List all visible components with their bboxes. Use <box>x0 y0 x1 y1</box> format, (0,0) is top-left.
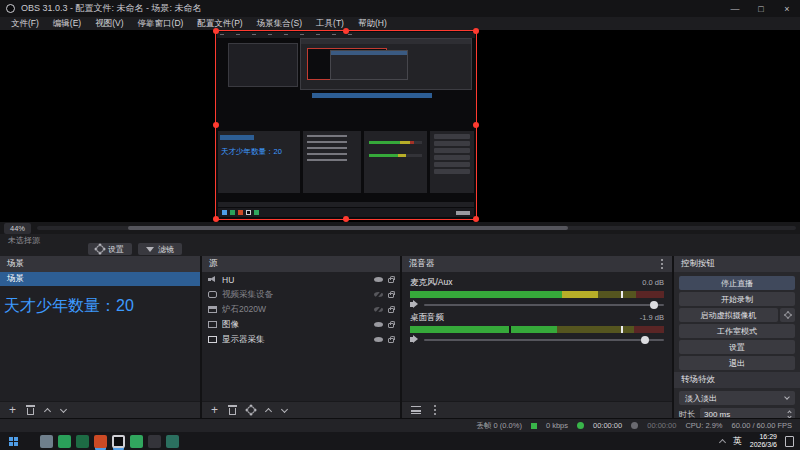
sources-dock-title: 源 <box>209 258 218 270</box>
taskbar-app-icon-6[interactable] <box>130 435 143 448</box>
start-recording-button[interactable]: 开始录制 <box>679 292 795 306</box>
selection-handle[interactable] <box>473 122 479 128</box>
lock-icon[interactable] <box>388 338 394 343</box>
selection-handle[interactable] <box>473 216 479 222</box>
transitions-dock-header[interactable]: 转场特效 <box>674 372 800 388</box>
remove-source-icon[interactable] <box>229 408 236 415</box>
preview-zoom-indicator[interactable]: 44% <box>4 223 31 234</box>
window-source-icon <box>208 306 217 313</box>
advanced-audio-icon[interactable] <box>411 406 421 414</box>
lock-icon[interactable] <box>388 323 394 328</box>
start-virtual-camera-button[interactable]: 启动虚拟摄像机 <box>679 308 778 322</box>
add-source-icon[interactable]: + <box>211 405 218 415</box>
lock-icon[interactable] <box>388 278 394 283</box>
scene-list-item[interactable]: 场景 <box>0 272 200 286</box>
taskbar-app-icon-4[interactable] <box>94 435 107 448</box>
scenes-dock-header[interactable]: 场景 <box>0 256 200 272</box>
taskbar-clock[interactable]: 16:29 2026/3/6 <box>750 433 777 449</box>
input-method-indicator[interactable]: 英 <box>733 435 742 448</box>
transition-select[interactable]: 淡入淡出 <box>679 391 795 405</box>
speaker-mute-icon[interactable] <box>410 337 414 342</box>
selection-handle[interactable] <box>343 216 349 222</box>
volume-slider[interactable] <box>424 339 664 341</box>
lock-icon[interactable] <box>388 293 394 298</box>
taskbar-app-icon-8[interactable] <box>166 435 179 448</box>
move-scene-down-icon[interactable] <box>60 405 67 412</box>
settings-button[interactable]: 设置 <box>679 340 795 354</box>
source-name: 图像 <box>222 319 369 331</box>
menu-file[interactable]: 文件(F) <box>4 17 46 30</box>
lock-icon[interactable] <box>388 308 394 313</box>
scrollbar-thumb[interactable] <box>128 226 568 230</box>
slider-knob[interactable] <box>650 301 658 309</box>
source-row[interactable]: 图像 <box>202 317 400 332</box>
captured-dialog <box>330 50 408 80</box>
menu-profile[interactable]: 配置文件(P) <box>190 17 249 30</box>
move-scene-up-icon[interactable] <box>44 408 51 415</box>
selection-handle[interactable] <box>473 28 479 34</box>
source-row[interactable]: 视频采集设备 <box>202 287 400 302</box>
taskbar-app-icon-2[interactable] <box>58 435 71 448</box>
source-row[interactable]: 炉石2020W <box>202 302 400 317</box>
visibility-eye-icon[interactable] <box>374 277 383 282</box>
selection-handle[interactable] <box>213 122 219 128</box>
sources-dock-header[interactable]: 源 <box>202 256 400 272</box>
taskbar-app-icon-7[interactable] <box>148 435 161 448</box>
move-source-up-icon[interactable] <box>265 408 272 415</box>
source-row[interactable]: HU <box>202 272 400 287</box>
notification-center-icon[interactable] <box>785 436 794 447</box>
source-row[interactable]: 显示器采集 <box>202 332 400 347</box>
source-properties-icon[interactable] <box>247 406 255 414</box>
speaker-mute-icon[interactable] <box>410 302 414 307</box>
taskbar-app-icon-3[interactable] <box>76 435 89 448</box>
selection-handle[interactable] <box>213 216 219 222</box>
scenes-list: 场景 天才少年数量：20 <box>0 272 200 401</box>
selection-handle[interactable] <box>213 28 219 34</box>
visibility-eye-icon[interactable] <box>374 337 383 342</box>
move-source-down-icon[interactable] <box>281 405 288 412</box>
add-scene-icon[interactable]: + <box>9 405 16 415</box>
taskbar-app-icon-1[interactable] <box>40 435 53 448</box>
slider-knob[interactable] <box>641 336 649 344</box>
preview-canvas[interactable]: 天才少年数量：20 <box>0 30 800 222</box>
mixer-dock-header[interactable]: 混音器 <box>402 256 672 272</box>
visibility-eye-icon[interactable] <box>374 307 383 312</box>
maximize-button[interactable]: □ <box>748 0 774 17</box>
mixer-menu-icon[interactable] <box>661 263 663 265</box>
scenes-dock-title: 场景 <box>7 258 24 270</box>
captured-meter-1 <box>369 141 422 144</box>
preview-horizontal-scrollbar[interactable] <box>37 226 796 230</box>
channel-name: 桌面音频 <box>410 312 444 324</box>
filters-button[interactable]: 滤镜 <box>138 243 182 255</box>
display-capture-source[interactable]: 天才少年数量：20 <box>215 30 477 220</box>
captured-controls-dock <box>430 131 474 193</box>
selection-handle[interactable] <box>343 28 349 34</box>
windows-logo-icon <box>9 437 18 446</box>
properties-button[interactable]: 设置 <box>88 243 132 255</box>
menu-docks[interactable]: 停靠窗口(D) <box>131 17 191 30</box>
minimize-button[interactable]: — <box>722 0 748 17</box>
mixer-options-icon[interactable] <box>434 409 436 411</box>
exit-button[interactable]: 退出 <box>679 356 795 370</box>
controls-dock-header[interactable]: 控制按钮 <box>674 256 800 272</box>
spinner-arrows-icon[interactable] <box>788 411 791 418</box>
taskbar-obs-icon[interactable] <box>112 435 125 448</box>
volume-slider[interactable] <box>424 304 664 306</box>
source-toolbar: 未选择源 设置 滤镜 <box>0 234 800 256</box>
menu-scene-collection[interactable]: 场景集合(S) <box>250 17 309 30</box>
stop-streaming-button[interactable]: 停止直播 <box>679 276 795 290</box>
source-name: 显示器采集 <box>222 334 369 346</box>
studio-mode-button[interactable]: 工作室模式 <box>679 324 795 338</box>
record-timer: 00:00:00 <box>647 421 676 430</box>
visibility-eye-icon[interactable] <box>374 292 383 297</box>
start-button[interactable] <box>0 432 26 450</box>
tray-expand-icon[interactable] <box>719 438 726 445</box>
menu-view[interactable]: 视图(V) <box>88 17 130 30</box>
menu-edit[interactable]: 编辑(E) <box>46 17 88 30</box>
menu-help[interactable]: 帮助(H) <box>351 17 394 30</box>
remove-scene-icon[interactable] <box>27 408 34 415</box>
close-button[interactable]: × <box>774 0 800 17</box>
virtual-camera-settings-button[interactable] <box>780 308 795 322</box>
visibility-eye-icon[interactable] <box>374 322 383 327</box>
controls-buttons: 停止直播 开始录制 启动虚拟摄像机 工作室模式 设置 退出 <box>674 272 800 372</box>
